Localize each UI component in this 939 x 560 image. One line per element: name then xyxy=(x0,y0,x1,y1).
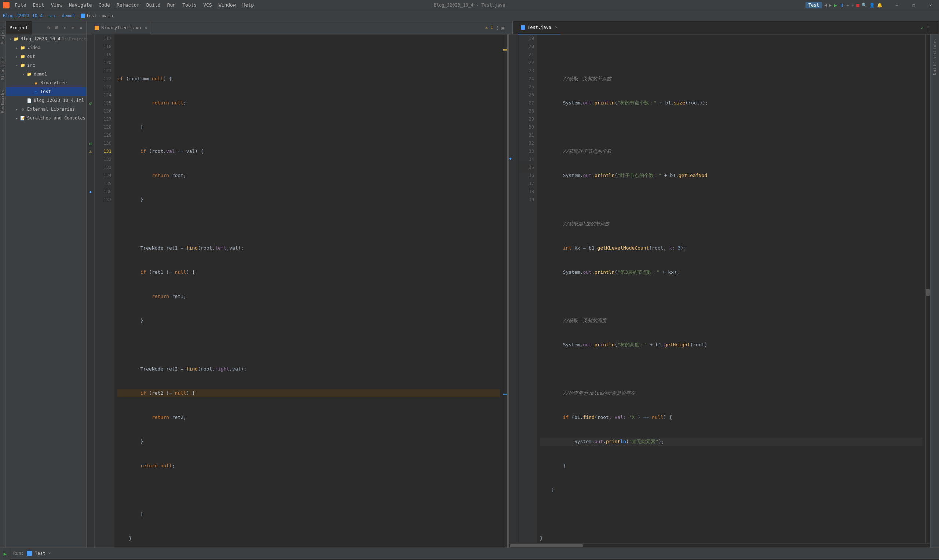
right-line-35: System.out.println("查无此元素"); xyxy=(540,438,922,446)
menu-refactor[interactable]: Refactor xyxy=(114,2,143,8)
toolbar-back-btn[interactable]: ◀ xyxy=(824,3,827,8)
tree-iml[interactable]: ▸ 📄 Blog_J2023_10_4.iml xyxy=(6,96,86,105)
gutter-127 xyxy=(86,115,94,123)
toolbar-stop-btn[interactable]: ■ xyxy=(856,2,859,8)
menu-tools[interactable]: Tools xyxy=(179,2,199,8)
menu-edit[interactable]: Edit xyxy=(30,2,47,8)
toolbar-coverage-btn[interactable]: ☂ xyxy=(846,3,849,8)
toolbar-user-btn[interactable]: 👤 xyxy=(869,3,875,8)
tree-test[interactable]: ▸ ◎ Test xyxy=(6,87,86,96)
nav-src-link[interactable]: src xyxy=(48,13,57,18)
right-pane-settings[interactable]: ⋮ xyxy=(925,25,931,31)
left-scrollbar[interactable] xyxy=(503,34,507,548)
tree-src[interactable]: ▾ 📁 src xyxy=(6,61,86,70)
right-hscrollbar[interactable] xyxy=(509,543,930,548)
tree-out[interactable]: ▸ 📁 out xyxy=(6,52,86,61)
toolbar-update-btn[interactable]: 🔔 xyxy=(877,3,882,8)
left-pane-settings[interactable]: ⋮ xyxy=(495,25,500,31)
left-code[interactable]: if (root == null) { return null; } if (r… xyxy=(114,34,503,548)
nav-test-tab[interactable]: Test xyxy=(81,13,97,18)
menu-vcs[interactable]: VCS xyxy=(200,2,214,8)
right-code[interactable]: //获取二叉树的节点数 System.out.println("树的节点个数："… xyxy=(537,34,925,543)
run-tab-close[interactable]: ✕ xyxy=(48,551,51,555)
panel-action-collapse[interactable]: ≡ xyxy=(69,24,77,32)
minimize-btn[interactable]: ─ xyxy=(888,0,905,10)
menu-navigate[interactable]: Navigate xyxy=(66,2,95,8)
panel-action-close[interactable]: ✕ xyxy=(77,24,85,32)
project-tab-project[interactable]: Project xyxy=(6,21,32,34)
toolbar-search-btn[interactable]: 🔍 xyxy=(862,3,867,8)
run-output-content: 叶子节点的个数：4 第3层的节点数：4 树的高度：4 查无此元素 Process… xyxy=(10,558,939,560)
tree-idea[interactable]: ▸ 📁 .idea xyxy=(6,43,86,52)
tree-demo1[interactable]: ▾ 📁 demo1 xyxy=(6,70,86,78)
extlibs-icon: ⚙ xyxy=(20,106,26,112)
run-config-selector[interactable]: Test xyxy=(805,2,822,8)
binarytree-tab-close[interactable]: ✕ xyxy=(145,25,147,30)
rg-29 xyxy=(509,115,517,123)
editor-tab-test[interactable]: Test.java ✕ ✓ ⋮ xyxy=(513,21,939,34)
maximize-btn[interactable]: □ xyxy=(905,0,922,10)
right-hscroll-thumb[interactable] xyxy=(510,544,583,547)
left-line-137: } xyxy=(117,534,500,542)
toolbar-debug-btn[interactable]: ⏸ xyxy=(839,3,844,8)
right-scrollbar[interactable] xyxy=(925,34,930,543)
bottom-panel: ▶ ↺ ■ ⏸ ⋮ ⚙ − Run: Test ✕ 叶子节点的个数：4 第3层的… xyxy=(0,548,939,560)
right-line-28: System.out.println("第3层的节点数：" + kx); xyxy=(540,268,922,276)
panel-action-filter[interactable]: ⊞ xyxy=(53,24,60,32)
tree-binarytree[interactable]: ▸ ◉ BinaryTree xyxy=(6,78,86,87)
run-play-btn[interactable]: ▶ xyxy=(1,550,9,558)
left-pane-split[interactable]: ▣ xyxy=(501,25,504,31)
toolbar-forward-btn[interactable]: ▶ xyxy=(829,3,831,8)
close-btn[interactable]: ✕ xyxy=(922,0,939,10)
menu-window[interactable]: Window xyxy=(216,2,239,8)
run-rerun-btn[interactable]: ↺ xyxy=(1,558,9,560)
menu-code[interactable]: Code xyxy=(96,2,113,8)
rg-30 xyxy=(509,123,517,131)
toolbar-run-btn[interactable]: ▶ xyxy=(834,2,837,8)
run-tab-name[interactable]: Test xyxy=(35,551,45,556)
demo1-arrow: ▾ xyxy=(20,71,26,77)
nav-project-link[interactable]: Blog_J2023_10_4 xyxy=(3,13,43,18)
editor-area: BinaryTree.java ✕ ⚠ 1 ⋮ ▣ Test.java xyxy=(86,21,939,548)
toolbar-profile-btn[interactable]: ⚡ xyxy=(851,3,854,8)
notifications-label[interactable]: Notifications xyxy=(933,36,937,78)
bt-name: BinaryTree xyxy=(40,80,67,85)
menu-bar: File Edit View Navigate Code Refactor Bu… xyxy=(0,0,939,10)
left-line-numbers: 117 118 119 120 121 122 123 124 125 126 … xyxy=(95,34,114,548)
activity-bookmarks[interactable]: Bookmarks xyxy=(0,89,6,114)
tab-binarytree[interactable]: BinaryTree.java ✕ xyxy=(92,21,150,34)
tree-extlibs[interactable]: ▸ ⚙ External Libraries xyxy=(6,105,86,114)
panel-action-gear[interactable]: ⚙ xyxy=(45,24,52,32)
left-line-134: return null; xyxy=(117,462,500,470)
tab-test[interactable]: Test.java ✕ xyxy=(518,21,560,34)
editor-tab-binarytree[interactable]: BinaryTree.java ✕ ⚠ 1 ⋮ ▣ xyxy=(86,21,513,34)
menu-help[interactable]: Help xyxy=(239,2,257,8)
gutter-120 xyxy=(86,58,94,67)
run-sidebar: ▶ ↺ ■ ⏸ ⋮ ⚙ − xyxy=(0,548,10,560)
scratches-arrow: ▸ xyxy=(14,115,20,121)
activity-structure[interactable]: Structure xyxy=(0,56,6,82)
bt-java-icon: ◉ xyxy=(33,80,39,86)
nav-main-tab[interactable]: main xyxy=(102,13,113,18)
gutter-130: ↺ xyxy=(86,139,94,147)
menu-view[interactable]: View xyxy=(48,2,65,8)
root-name: Blog_J2023_10_4 xyxy=(20,36,60,42)
menu-run[interactable]: Run xyxy=(164,2,179,8)
tree-root[interactable]: ▾ 📁 Blog_J2023_10_4 D:\Project\JAVA... xyxy=(6,34,86,43)
scratches-icon: 📝 xyxy=(20,115,26,121)
tree-scratches[interactable]: ▸ 📝 Scratches and Consoles xyxy=(6,114,86,122)
gutter-126 xyxy=(86,107,94,115)
right-scrollthumb[interactable] xyxy=(926,289,930,296)
test-tab-close[interactable]: ✕ xyxy=(555,25,558,30)
activity-project[interactable]: Project xyxy=(0,23,6,48)
panel-action-sort[interactable]: ↕ xyxy=(61,24,69,32)
out-icon: 📁 xyxy=(20,54,26,59)
rg-33 xyxy=(509,147,517,155)
left-line-136: } xyxy=(117,510,500,518)
gutter-135 xyxy=(86,180,94,188)
right-line-19 xyxy=(540,51,922,58)
menu-build[interactable]: Build xyxy=(143,2,163,8)
menu-file[interactable]: File xyxy=(12,2,29,8)
nav-demo1-link[interactable]: demo1 xyxy=(62,13,75,18)
right-line-numbers: 19 20 21 22 23 24 25 26 27 28 29 30 31 3… xyxy=(517,34,537,543)
